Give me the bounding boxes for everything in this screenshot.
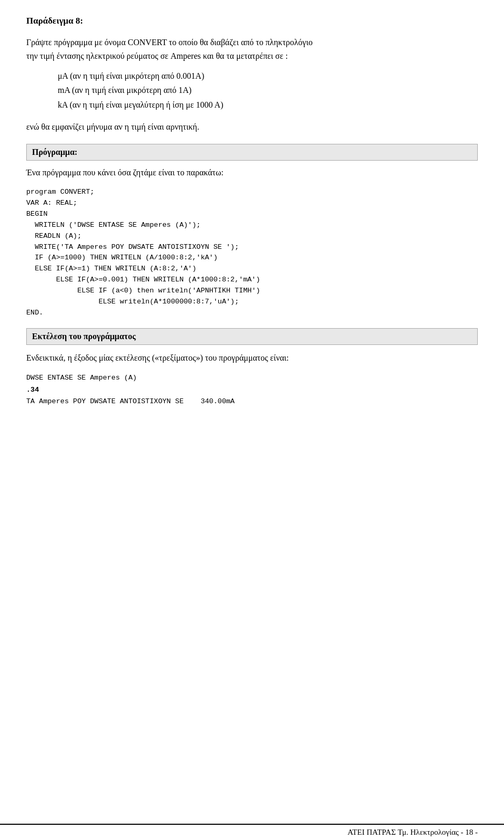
output-line2: .34 [26, 386, 39, 394]
program-section-header: Πρόγραμμα: [26, 144, 478, 161]
then-keyword: then [137, 287, 154, 295]
indent-item-3: kA (αν η τιμή είναι μεγαλύτερη ή ίση με … [58, 98, 478, 112]
intro-line3: ενώ θα εμφανίζει μήνυμα αν η τιμή είναι … [26, 120, 478, 134]
program-code: program CONVERT; VAR A: REAL; BEGIN WRIT… [26, 187, 478, 319]
execution-label: Εκτέλεση του προγράμματος [32, 332, 135, 341]
indent-item-1: μΑ (αν η τιμή είναι μικρότερη από 0.001Α… [58, 69, 478, 83]
execution-description: Ενδεικτικά, η έξοδος μίας εκτέλεσης («τρ… [26, 351, 478, 365]
output-line3: TA Amperes POY DWSATE ANTOISTIXOYN SE 34… [26, 397, 235, 405]
intro-paragraph: Γράψτε πρόγραμμα με όνομα CONVERT το οπο… [26, 36, 478, 62]
intro-line1: Γράψτε πρόγραμμα με όνομα CONVERT το οπο… [26, 38, 312, 47]
page-title: Παράδειγμα 8: [26, 16, 478, 26]
page-footer: ΑΤΕΙ ΠΑΤΡΑΣ Τμ. Ηλεκτρολογίας - 18 - [0, 824, 504, 840]
intro-line2: την τιμή έντασης ηλεκτρικού ρεύματος σε … [26, 51, 288, 60]
footer-text: ΑΤΕΙ ΠΑΤΡΑΣ Τμ. Ηλεκτρολογίας - 18 - [348, 828, 478, 837]
program-description: Ένα πρόγραμμα που κάνει όσα ζητάμε είναι… [26, 166, 478, 180]
indent-item-2: mA (αν η τιμή είναι μικρότερη από 1Α) [58, 83, 478, 97]
indent-list: μΑ (αν η τιμή είναι μικρότερη από 0.001Α… [58, 69, 478, 112]
output-line1: DWSE ENTASE SE Amperes (A) [26, 374, 137, 382]
execution-section-header: Εκτέλεση του προγράμματος [26, 328, 478, 345]
page-content: Παράδειγμα 8: Γράψτε πρόγραμμα με όνομα … [0, 0, 504, 450]
program-output: DWSE ENTASE SE Amperes (A) .34 TA Ampere… [26, 372, 478, 408]
program-label: Πρόγραμμα: [32, 148, 77, 156]
